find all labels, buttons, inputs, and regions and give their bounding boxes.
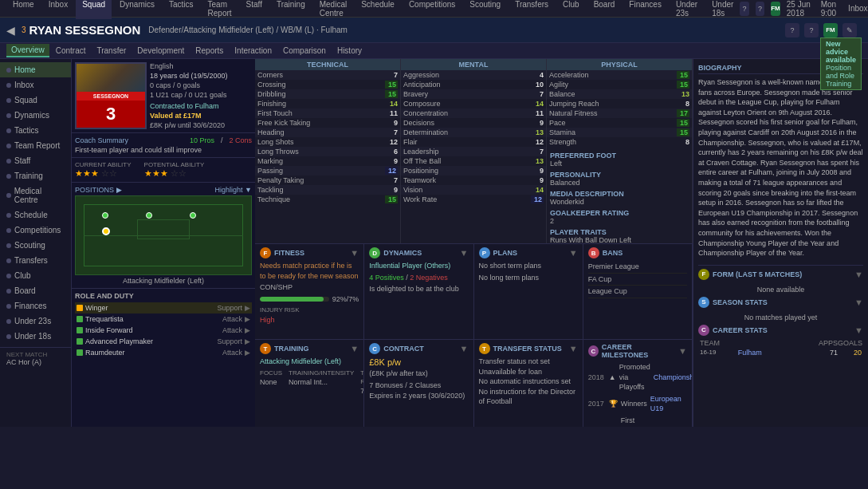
career-stats-icon: C [698,325,709,336]
coach-summary-title: Coach Summary [75,136,128,144]
pref-foot-title: PREFERRED FOOT [550,152,689,160]
mental-attr-11: Teamwork9 [401,175,546,185]
milestone-1: 2017🏆WinnersEuropean U19 [588,393,687,415]
role-name-2: Inside Forward [85,326,220,334]
sidebar-label-competitions: Competitions [14,226,61,235]
player-wage: £8K p/w until 30/6/2020 [150,121,252,129]
role-item-2[interactable]: Inside Forward Attack ▶ [75,325,252,336]
career-milestones-panel: C CAREER MILESTONES ▼ 2018▲Promoted via … [583,340,693,427]
career-team: Fulham [738,349,814,357]
sidebar-board[interactable]: Board [0,283,71,298]
sidebar-inbox[interactable]: Inbox [0,77,71,93]
subnav-contract[interactable]: Contract [51,45,91,57]
coach-desc: First-team player and could still improv… [75,146,252,154]
sidebar-competitions[interactable]: Competitions [0,223,71,238]
role-item-4[interactable]: Raumdeuter Attack ▶ [75,347,252,358]
role-item-3[interactable]: Advanced Playmaker Support ▶ [75,336,252,347]
mental-panel: MENTAL Aggression4Anticipation10Bravery7… [401,59,547,243]
form-title: FORM (LAST 5 MATCHES) [713,270,802,278]
nav-home[interactable]: Home [6,0,41,19]
nav-tactics[interactable]: Tactics [163,0,200,19]
sidebar-dynamics[interactable]: Dynamics [0,108,71,123]
nav-team-report[interactable]: Team Report [202,0,238,19]
highlight-btn[interactable]: Highlight ▼ [215,186,252,194]
nav-finances[interactable]: Finances [623,0,668,19]
current-stars: ★★★ ☆☆ [75,168,132,179]
sidebar-team-report[interactable]: Team Report [0,138,71,153]
bans-icon: B [588,247,599,258]
nav-u23[interactable]: Under 23s [670,0,704,19]
nav-schedule[interactable]: Schedule [355,0,401,19]
nav-training[interactable]: Training [270,0,312,19]
career-years: 16-19 [700,349,738,357]
subnav-history[interactable]: History [332,45,367,57]
nav-board[interactable]: Board [587,0,622,19]
subnav-development[interactable]: Development [132,45,189,57]
sidebar-tactics[interactable]: Tactics [0,123,71,138]
mental-attr-7: Flair12 [401,137,546,147]
info-btn[interactable]: ? [785,23,799,37]
sidebar-schedule[interactable]: Schedule [0,207,71,223]
subnav-overview[interactable]: Overview [6,44,49,57]
nav-u18[interactable]: Under 18s [705,0,740,19]
sidebar-medical[interactable]: Medical Centre [0,183,71,207]
roles-section: ROLE AND DUTY Winger Support ▶ Trequarti… [72,289,255,427]
training-expand[interactable]: ▼ [350,344,359,353]
contract-expand[interactable]: ▼ [460,344,469,353]
role-item-0[interactable]: Winger Support ▶ [75,302,252,314]
sidebar-home[interactable]: Home [0,62,71,77]
nav-squad[interactable]: Squad [76,0,112,19]
sidebar-finances[interactable]: Finances [0,298,71,314]
training-role: Attacking Midfielder (Left) [260,357,359,367]
player-info-box: English 18 years old (19/5/2000) 0 caps … [150,62,252,129]
career-milestones-expand[interactable]: ▼ [678,346,687,356]
fitness-expand[interactable]: ▼ [350,248,359,258]
subnav-comparison[interactable]: Comparison [278,45,331,57]
nav-dynamics[interactable]: Dynamics [113,0,161,19]
form-expand[interactable]: ▼ [854,270,863,279]
role-icon-4 [77,349,83,356]
nav-scouting[interactable]: Scouting [463,0,507,19]
subnav-interaction[interactable]: Interaction [230,45,277,57]
nav-inbox[interactable]: Inbox [42,0,74,19]
inbox-label[interactable]: Inbox [848,4,867,13]
dynamics-expand[interactable]: ▼ [460,248,469,258]
career-stats-expand[interactable]: ▼ [854,325,863,335]
help-btn-2[interactable]: ? [804,23,819,37]
sidebar-scouting[interactable]: Scouting [0,238,71,253]
plans-expand[interactable]: ▼ [569,248,578,258]
next-match-value: AC Hor (A) [6,358,65,366]
plans-icon: P [479,247,490,258]
fm-btn[interactable]: FM [823,23,838,37]
role-item-1[interactable]: Trequartista Attack ▶ [75,314,252,325]
sidebar-club[interactable]: Club [0,268,71,283]
back-btn[interactable]: ◀ [6,24,15,37]
role-list: Winger Support ▶ Trequartista Attack ▶ I… [75,302,252,358]
nav-staff[interactable]: Staff [240,0,269,19]
sidebar-staff[interactable]: Staff [0,153,71,168]
nav-competitions[interactable]: Competitions [403,0,461,19]
current-ability-label: CURRENT ABILITY [75,161,132,168]
subnav-reports[interactable]: Reports [190,45,228,57]
sidebar-dot-board [6,289,11,294]
player-age: 18 years old (19/5/2000) [150,72,252,80]
sidebar-transfers[interactable]: Transfers [0,253,71,268]
sidebar-training[interactable]: Training [0,168,71,183]
sidebar-u23[interactable]: Under 23s [0,314,71,329]
transfer-status-not-set: Transfer status not set [479,357,578,367]
role-icon-0 [77,305,83,311]
sidebar-u18[interactable]: Under 18s [0,329,71,344]
edit-btn[interactable]: ✎ [842,23,857,37]
sidebar-squad[interactable]: Squad [0,93,71,108]
settings-btn[interactable]: ? [756,2,764,16]
subnav-transfer[interactable]: Transfer [92,45,131,57]
nav-medical[interactable]: Medical Centre [313,0,353,19]
help-btn[interactable]: ? [740,2,748,16]
season-expand[interactable]: ▼ [854,298,863,307]
media-value: Wonderkid [550,198,689,206]
nav-transfers[interactable]: Transfers [509,0,555,19]
transfer-expand[interactable]: ▼ [569,344,578,353]
bans-panel: B BANS Premier LeagueFA CupLeague Cup [583,244,693,339]
nav-club[interactable]: Club [556,0,586,19]
tech-attr-12: Tackling9 [255,185,400,195]
